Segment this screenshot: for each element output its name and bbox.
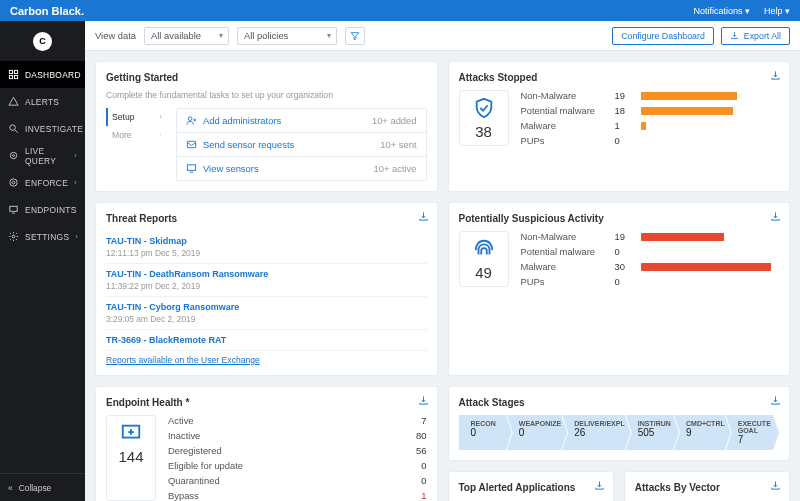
attack-stage[interactable]: CMD+CTRL9: [674, 415, 731, 450]
stage-label: CMD+CTRL: [686, 420, 725, 427]
sidebar-item-investigate[interactable]: INVESTIGATE: [0, 115, 85, 142]
export-all-button[interactable]: Export All: [721, 27, 790, 45]
metric-box: 38: [459, 90, 509, 146]
row-bar: [641, 233, 780, 241]
threat-report-title[interactable]: TR-3669 - BlackRemote RAT: [106, 335, 427, 345]
filter-button[interactable]: [345, 27, 365, 45]
row-bar: [641, 137, 780, 145]
card-export-button[interactable]: [770, 480, 781, 491]
row-value: 0: [615, 135, 633, 146]
sensor-request-icon: [186, 139, 197, 150]
sidebar-item-dashboard[interactable]: DASHBOARD: [0, 61, 85, 88]
row-label: Eligible for update: [168, 460, 254, 471]
attack-stage[interactable]: DELIVER/EXPL26: [562, 415, 631, 450]
row-bar: [641, 263, 780, 271]
stage-label: DELIVER/EXPL: [574, 420, 625, 427]
svg-rect-1: [14, 70, 17, 73]
getting-started-card: Getting Started Complete the fundamental…: [95, 61, 438, 192]
threat-report-item[interactable]: TAU-TIN - Cyborg Ransomware3:29:05 am De…: [106, 297, 427, 330]
threat-report-title[interactable]: TAU-TIN - DeathRansom Ransomware: [106, 269, 427, 279]
gs-link-admins[interactable]: Add administrators: [203, 115, 281, 126]
bar-row: Non-Malware19: [521, 231, 780, 242]
view-data-select[interactable]: All available: [144, 27, 229, 45]
card-export-button[interactable]: [418, 395, 429, 406]
row-label: Active: [168, 415, 254, 426]
attack-stage[interactable]: RECON0: [459, 415, 512, 450]
gs-link-sensor-requests[interactable]: Send sensor requests: [203, 139, 294, 150]
attack-stage[interactable]: WEAPONIZE0: [507, 415, 567, 450]
sidebar-item-alerts[interactable]: ALERTS: [0, 88, 85, 115]
card-export-button[interactable]: [418, 211, 429, 222]
sidebar-item-enforce[interactable]: ENFORCE›: [0, 169, 85, 196]
stage-label: EXECUTE GOAL: [738, 420, 773, 434]
row-label: Potential malware: [521, 246, 607, 257]
row-value: 30: [615, 261, 633, 272]
row-bar: [641, 278, 780, 286]
livequery-icon: [8, 150, 19, 161]
card-export-button[interactable]: [594, 480, 605, 491]
threat-report-item[interactable]: TAU-TIN - DeathRansom Ransomware11:39:22…: [106, 264, 427, 297]
gs-tab-more[interactable]: More›: [106, 126, 166, 144]
collapse-icon: «: [8, 483, 13, 493]
sidebar-item-settings[interactable]: SETTINGS›: [0, 223, 85, 250]
row-value: 7: [397, 415, 427, 426]
row-value: 0: [615, 246, 633, 257]
chevron-right-icon: ›: [75, 232, 78, 241]
row-value: 1: [615, 120, 633, 131]
sidebar-item-livequery[interactable]: LIVE QUERY›: [0, 142, 85, 169]
card-export-button[interactable]: [770, 70, 781, 81]
export-icon: [730, 31, 739, 40]
threat-report-title[interactable]: TAU-TIN - Skidmap: [106, 236, 427, 246]
card-title: Top Alerted Applications: [459, 482, 603, 493]
card-title: Getting Started: [106, 72, 427, 83]
row-value: 0: [397, 475, 427, 486]
export-icon: [770, 211, 781, 222]
bar-row: PUPs0: [521, 276, 780, 287]
settings-icon: [8, 231, 19, 242]
top-apps-card: Top Alerted Applications svchost.exe1770…: [448, 471, 614, 501]
threat-report-item[interactable]: TAU-TIN - Skidmap12:11:13 pm Dec 5, 2019: [106, 231, 427, 264]
stat-row: Bypass1: [168, 490, 427, 501]
svg-rect-2: [9, 75, 12, 78]
chevron-down-icon: ▾: [785, 6, 790, 16]
attacks-stopped-card: Attacks Stopped 38 Non-Malware19Potentia…: [448, 61, 791, 192]
gs-meta: 10+ sent: [380, 139, 416, 150]
view-sensors-icon: [186, 163, 197, 174]
row-value: 0: [615, 276, 633, 287]
row-label: Quarantined: [168, 475, 254, 486]
row-label: Malware: [521, 120, 607, 131]
metric-number: 144: [118, 448, 143, 465]
gs-link-view-sensors[interactable]: View sensors: [203, 163, 259, 174]
attack-stage[interactable]: INST/RUN505: [626, 415, 679, 450]
stage-label: RECON: [471, 420, 506, 427]
svg-rect-3: [14, 75, 17, 78]
stat-row: Inactive80: [168, 430, 427, 441]
attack-stage[interactable]: EXECUTE GOAL7: [726, 415, 779, 450]
card-export-button[interactable]: [770, 211, 781, 222]
bar-row: Potential malware18: [521, 105, 780, 116]
threat-report-title[interactable]: TAU-TIN - Cyborg Ransomware: [106, 302, 427, 312]
reports-more-link[interactable]: Reports available on the User Exchange: [106, 355, 260, 365]
attacks-by-vector-card: Attacks By Vector Email0.0%Web100.0%: [624, 471, 790, 501]
export-icon: [594, 480, 605, 491]
policies-select[interactable]: All policies: [237, 27, 337, 45]
threat-report-item[interactable]: TR-3669 - BlackRemote RAT: [106, 330, 427, 351]
card-export-button[interactable]: [770, 395, 781, 406]
collapse-sidebar[interactable]: « Collapse: [0, 473, 85, 501]
bar-row: Non-Malware19: [521, 90, 780, 101]
investigate-icon: [8, 123, 19, 134]
notifications-link[interactable]: Notifications ▾: [693, 6, 750, 16]
bar-row: PUPs0: [521, 135, 780, 146]
row-value: 19: [615, 231, 633, 242]
gs-tab-setup[interactable]: Setup›: [106, 108, 166, 126]
row-label: Potential malware: [521, 105, 607, 116]
threat-reports-card: Threat Reports TAU-TIN - Skidmap12:11:13…: [95, 202, 438, 376]
export-icon: [418, 395, 429, 406]
enforce-icon: [8, 177, 19, 188]
gs-meta: 10+ added: [372, 115, 417, 126]
configure-dashboard-button[interactable]: Configure Dashboard: [612, 27, 714, 45]
help-link[interactable]: Help ▾: [764, 6, 790, 16]
avatar[interactable]: C: [33, 32, 52, 51]
sidebar-item-endpoints[interactable]: ENDPOINTS: [0, 196, 85, 223]
stage-number: 26: [574, 427, 625, 438]
